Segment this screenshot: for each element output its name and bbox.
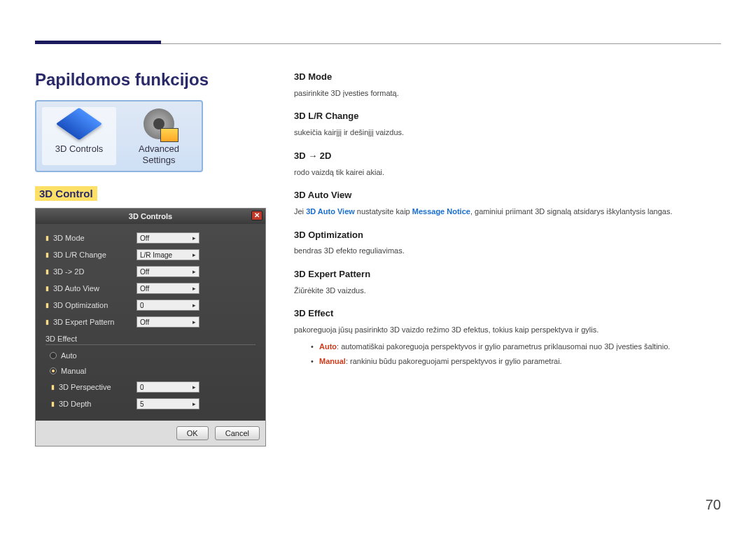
heading-3d-auto-view: 3D Auto View	[294, 188, 721, 203]
dropdown-3d-auto-view[interactable]: Off▸	[136, 283, 200, 294]
dialog-footer: OK Cancel	[36, 421, 265, 446]
heading-3d-to-2d: 3D → 2D	[294, 149, 721, 164]
gear-icon	[136, 107, 181, 141]
left-column: Papildomos funkcijos 3D Controls Advance…	[35, 70, 273, 447]
desc-3d-to-2d: rodo vaizdą tik kairei akiai.	[294, 167, 721, 179]
row-3d-lr-change: ▮3D L/R Change L/R Image▸	[46, 246, 255, 263]
chevron-right-icon: ▸	[192, 251, 196, 258]
list-3d-effect-options: Auto: automatiškai pakoreguoja perspekty…	[294, 341, 721, 368]
list-item-auto: Auto: automatiškai pakoreguoja perspekty…	[311, 341, 721, 353]
desc-3d-mode: pasirinkite 3D įvesties formatą.	[294, 87, 721, 100]
row-3d-depth: ▮3D Depth 5▸	[46, 395, 255, 412]
row-3d-auto-view: ▮3D Auto View Off▸	[46, 280, 255, 297]
radio-icon	[50, 352, 57, 359]
heading-3d-mode: 3D Mode	[294, 70, 721, 85]
chevron-right-icon: ▸	[192, 400, 196, 407]
tile-label: Advanced Settings	[122, 143, 196, 165]
dialog-body: ▮3D Mode Off▸ ▮3D L/R Change L/R Image▸ …	[36, 224, 265, 421]
page-number: 70	[706, 497, 721, 513]
row-3d-optimization: ▮3D Optimization 0▸	[46, 297, 255, 314]
chevron-right-icon: ▸	[192, 318, 196, 325]
row-3d-perspective: ▮3D Perspective 0▸	[46, 379, 255, 395]
chevron-right-icon: ▸	[192, 302, 196, 309]
desc-3d-lr-change: sukeičia kairįjį ir dešinįjį vaizdus.	[294, 127, 721, 139]
heading-3d-effect: 3D Effect	[294, 307, 721, 321]
row-3d-to-2d: ▮3D -> 2D Off▸	[46, 263, 255, 280]
radio-icon	[50, 367, 57, 374]
section-heading-3d-control: 3D Control	[35, 186, 97, 201]
desc-3d-auto-view: Jei 3D Auto View nustatysite kaip Messag…	[294, 206, 721, 218]
radio-auto[interactable]: Auto	[46, 348, 255, 363]
row-3d-mode: ▮3D Mode Off▸	[46, 230, 255, 246]
dialog-titlebar: 3D Controls ✕	[36, 209, 265, 224]
row-3d-expert-pattern: ▮3D Expert Pattern Off▸	[46, 314, 255, 330]
dropdown-3d-expert-pattern[interactable]: Off▸	[136, 316, 200, 328]
stepper-3d-perspective[interactable]: 0▸	[136, 381, 200, 393]
icon-tile-row: 3D Controls Advanced Settings	[35, 100, 203, 172]
heading-3d-expert-pattern: 3D Expert Pattern	[294, 267, 721, 282]
cube-icon	[57, 107, 102, 141]
chevron-right-icon: ▸	[192, 384, 196, 391]
chevron-right-icon: ▸	[192, 285, 196, 292]
heading-3d-optimization: 3D Optimization	[294, 228, 721, 243]
list-item-manual: Manual: rankiniu būdu pakoreguojami pers…	[311, 356, 721, 368]
page-content: Papildomos funkcijos 3D Controls Advance…	[35, 70, 721, 447]
dropdown-3d-to-2d[interactable]: Off▸	[136, 266, 200, 277]
stepper-3d-optimization[interactable]: 0▸	[136, 300, 200, 311]
desc-3d-effect: pakoreguoja jūsų pasirinkto 3D vaizdo re…	[294, 324, 721, 337]
radio-manual[interactable]: Manual	[46, 363, 255, 379]
cancel-button[interactable]: Cancel	[215, 426, 260, 440]
chevron-right-icon: ▸	[192, 268, 196, 275]
page-title: Papildomos funkcijos	[35, 70, 273, 90]
tile-3d-controls[interactable]: 3D Controls	[42, 107, 116, 165]
header-accent-bar	[35, 41, 161, 44]
dialog-3d-controls: 3D Controls ✕ ▮3D Mode Off▸ ▮3D L/R Chan…	[35, 208, 266, 447]
close-icon[interactable]: ✕	[251, 211, 262, 220]
heading-3d-lr-change: 3D L/R Change	[294, 109, 721, 124]
stepper-3d-depth[interactable]: 5▸	[136, 398, 200, 409]
tile-label: 3D Controls	[42, 143, 116, 155]
ok-button[interactable]: OK	[176, 426, 209, 440]
tile-advanced-settings[interactable]: Advanced Settings	[122, 107, 196, 165]
dialog-title-text: 3D Controls	[129, 212, 172, 220]
desc-3d-expert-pattern: Žiūrėkite 3D vaizdus.	[294, 285, 721, 297]
right-column: 3D Mode pasirinkite 3D įvesties formatą.…	[294, 70, 721, 447]
chevron-right-icon: ▸	[192, 234, 196, 241]
dropdown-3d-mode[interactable]: Off▸	[136, 232, 200, 244]
subsection-3d-effect: 3D Effect	[46, 330, 255, 345]
desc-3d-optimization: bendras 3D efekto reguliavimas.	[294, 245, 721, 258]
dropdown-3d-lr-change[interactable]: L/R Image▸	[136, 249, 200, 260]
